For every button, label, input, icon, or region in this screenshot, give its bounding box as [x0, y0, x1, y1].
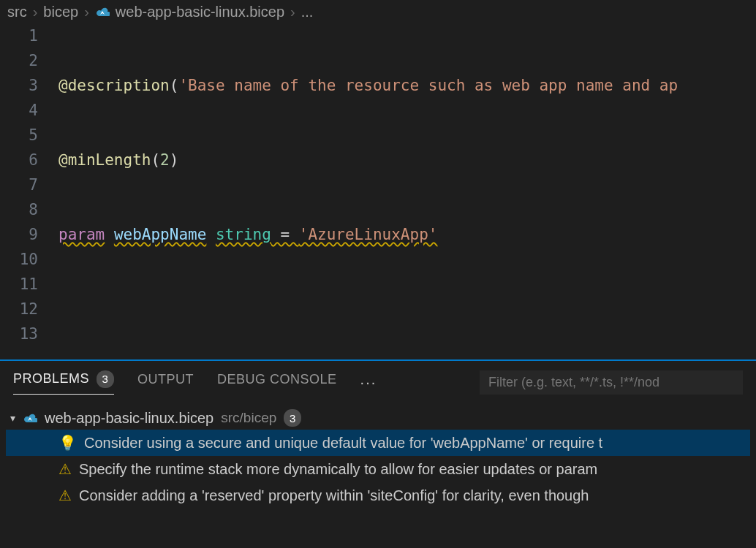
more-tabs-icon[interactable]: ···	[360, 374, 377, 391]
code-editor[interactable]: 1 2 3 4 5 6 7 8 9 10 11 12 13 @descripti…	[0, 23, 756, 359]
problems-count-badge: 3	[97, 370, 114, 388]
code-content[interactable]: @description('Base name of the resource …	[58, 23, 756, 359]
tab-debug-console[interactable]: DEBUG CONSOLE	[217, 372, 337, 393]
breadcrumb-seg-bicep[interactable]: bicep	[43, 4, 78, 20]
problem-file-path: src/bicep	[221, 410, 276, 426]
problem-item[interactable]: 💡 Consider using a secure and unique def…	[6, 430, 750, 456]
problem-item[interactable]: ⚠ Specify the runtime stack more dynamic…	[6, 456, 750, 482]
warning-icon: ⚠	[58, 487, 72, 504]
problem-item[interactable]: ⚠ Consider adding a 'reserved' property …	[6, 482, 750, 509]
file-problem-count-badge: 3	[284, 409, 301, 427]
problem-message: Consider using a secure and unique defau…	[84, 435, 602, 452]
problem-file-row[interactable]: ▾ web-app-basic-linux.bicep src/bicep 3	[6, 406, 750, 430]
problem-file-name: web-app-basic-linux.bicep	[45, 410, 213, 427]
breadcrumb-seg-file[interactable]: web-app-basic-linux.bicep	[116, 4, 284, 20]
bicep-file-icon	[95, 4, 110, 19]
bottom-panel: PROBLEMS 3 OUTPUT DEBUG CONSOLE ··· ▾ we…	[0, 361, 756, 509]
problem-message: Consider adding a 'reserved' property wi…	[79, 487, 589, 504]
problems-list: ▾ web-app-basic-linux.bicep src/bicep 3 …	[0, 397, 756, 509]
panel-tabs: PROBLEMS 3 OUTPUT DEBUG CONSOLE ···	[0, 361, 756, 397]
breadcrumb-sep-icon: ›	[290, 4, 295, 20]
line-number-gutter: 1 2 3 4 5 6 7 8 9 10 11 12 13	[0, 23, 58, 359]
problem-message: Specify the runtime stack more dynamical…	[79, 461, 597, 478]
breadcrumb[interactable]: src › bicep › web-app-basic-linux.bicep …	[0, 0, 756, 23]
lightbulb-icon: 💡	[58, 434, 77, 452]
breadcrumb-sep-icon: ›	[84, 4, 89, 20]
problems-filter-input[interactable]	[480, 370, 743, 395]
tab-output[interactable]: OUTPUT	[137, 372, 194, 393]
tab-problems[interactable]: PROBLEMS 3	[13, 370, 114, 395]
chevron-down-icon[interactable]: ▾	[10, 412, 15, 424]
breadcrumb-tail[interactable]: ...	[301, 4, 314, 20]
breadcrumb-sep-icon: ›	[33, 4, 38, 20]
warning-icon: ⚠	[58, 460, 72, 478]
breadcrumb-seg-src[interactable]: src	[7, 4, 27, 20]
bicep-file-icon	[23, 411, 37, 425]
